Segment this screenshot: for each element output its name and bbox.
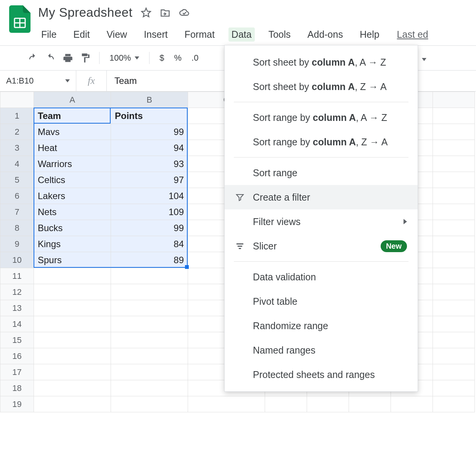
cell[interactable] <box>307 396 349 412</box>
cell[interactable] <box>433 268 475 284</box>
row-header[interactable]: 9 <box>0 236 34 252</box>
column-header-A[interactable]: A <box>34 92 111 108</box>
row-header[interactable]: 13 <box>0 300 34 316</box>
cell[interactable]: 97 <box>111 172 188 188</box>
row-header[interactable]: 18 <box>0 380 34 396</box>
cell[interactable]: Celtics <box>34 172 111 188</box>
cell[interactable] <box>349 396 391 412</box>
menu-tools[interactable]: Tools <box>265 27 294 42</box>
menu-view[interactable]: View <box>103 27 130 42</box>
cloud-status-icon[interactable] <box>179 7 190 18</box>
cell[interactable] <box>433 204 475 220</box>
cell[interactable]: Bucks <box>34 220 111 236</box>
menu-data[interactable]: Data <box>228 27 255 42</box>
cell[interactable]: 99 <box>111 124 188 140</box>
cell[interactable]: Team <box>34 108 111 124</box>
cell[interactable] <box>391 396 433 412</box>
row-header[interactable]: 15 <box>0 332 34 348</box>
menu-named-ranges[interactable]: Named ranges <box>225 338 418 362</box>
cell[interactable] <box>433 396 475 412</box>
last-edit-link[interactable]: Last ed <box>397 29 428 40</box>
cell[interactable]: Warriors <box>34 156 111 172</box>
cell[interactable] <box>433 316 475 332</box>
menu-pivot-table[interactable]: Pivot table <box>225 289 418 314</box>
cell[interactable] <box>433 364 475 380</box>
cell[interactable] <box>433 220 475 236</box>
cell[interactable]: Heat <box>34 140 111 156</box>
menu-format[interactable]: Format <box>182 27 218 42</box>
cell[interactable] <box>34 300 111 316</box>
cell[interactable] <box>34 380 111 396</box>
cell[interactable] <box>111 300 188 316</box>
document-title[interactable]: My Spreadsheet <box>38 5 132 20</box>
cell[interactable] <box>34 332 111 348</box>
cell[interactable]: 93 <box>111 156 188 172</box>
cell[interactable] <box>111 284 188 300</box>
cell[interactable] <box>111 332 188 348</box>
cell[interactable]: Nets <box>34 204 111 220</box>
cell[interactable] <box>433 380 475 396</box>
cell[interactable] <box>433 108 475 124</box>
column-header[interactable] <box>433 92 475 108</box>
menu-data-validation[interactable]: Data validation <box>225 265 418 289</box>
row-header[interactable]: 5 <box>0 172 34 188</box>
cell[interactable] <box>111 380 188 396</box>
cell[interactable]: 94 <box>111 140 188 156</box>
cell[interactable]: 109 <box>111 204 188 220</box>
row-header[interactable]: 3 <box>0 140 34 156</box>
cell[interactable] <box>34 396 111 412</box>
cell[interactable] <box>433 300 475 316</box>
cell[interactable] <box>34 284 111 300</box>
row-header[interactable]: 2 <box>0 124 34 140</box>
cell[interactable] <box>34 268 111 284</box>
cell[interactable]: 84 <box>111 236 188 252</box>
menu-help[interactable]: Help <box>357 27 382 42</box>
cell[interactable] <box>433 252 475 268</box>
row-header[interactable]: 7 <box>0 204 34 220</box>
print-button[interactable] <box>60 50 76 66</box>
cell[interactable]: Kings <box>34 236 111 252</box>
cell[interactable]: Points <box>111 108 188 124</box>
cell[interactable] <box>188 396 265 412</box>
menu-insert[interactable]: Insert <box>141 27 171 42</box>
menu-sort-range[interactable]: Sort range <box>225 161 418 185</box>
undo-button[interactable] <box>25 50 40 66</box>
cell[interactable]: 104 <box>111 188 188 204</box>
row-header[interactable]: 17 <box>0 364 34 380</box>
menu-file[interactable]: File <box>38 27 60 42</box>
select-all-corner[interactable] <box>0 92 34 108</box>
move-icon[interactable] <box>160 7 170 18</box>
row-header[interactable]: 4 <box>0 156 34 172</box>
cell[interactable]: 99 <box>111 220 188 236</box>
cell[interactable]: 89 <box>111 252 188 268</box>
cell[interactable] <box>111 396 188 412</box>
column-header-B[interactable]: B <box>111 92 188 108</box>
menu-sort-range-az[interactable]: Sort range by column A, A → Z <box>225 105 418 130</box>
cell[interactable]: Spurs <box>34 252 111 268</box>
decrease-decimal-button[interactable]: .0 <box>188 53 202 63</box>
menu-sort-range-za[interactable]: Sort range by column A, Z → A <box>225 130 418 154</box>
row-header[interactable]: 10 <box>0 252 34 268</box>
cell[interactable] <box>433 172 475 188</box>
format-currency-button[interactable]: $ <box>156 53 168 63</box>
row-header[interactable]: 12 <box>0 284 34 300</box>
menu-slicer[interactable]: Slicer New <box>225 234 418 258</box>
redo-button[interactable] <box>43 50 58 66</box>
row-header[interactable]: 8 <box>0 220 34 236</box>
menu-sort-sheet-za[interactable]: Sort sheet by column A, Z → A <box>225 74 418 99</box>
paint-format-button[interactable] <box>78 50 93 66</box>
cell[interactable] <box>433 236 475 252</box>
cell[interactable] <box>111 348 188 364</box>
cell[interactable]: Lakers <box>34 188 111 204</box>
toolbar-overflow[interactable] <box>422 61 426 68</box>
cell[interactable] <box>433 124 475 140</box>
menu-filter-views[interactable]: Filter views <box>225 209 418 234</box>
cell[interactable] <box>111 268 188 284</box>
menu-addons[interactable]: Add-ons <box>304 27 346 42</box>
format-percent-button[interactable]: % <box>170 53 186 63</box>
sheets-logo[interactable] <box>9 5 31 33</box>
row-header[interactable]: 16 <box>0 348 34 364</box>
cell[interactable] <box>433 348 475 364</box>
cell[interactable]: Mavs <box>34 124 111 140</box>
menu-randomize-range[interactable]: Randomize range <box>225 314 418 338</box>
